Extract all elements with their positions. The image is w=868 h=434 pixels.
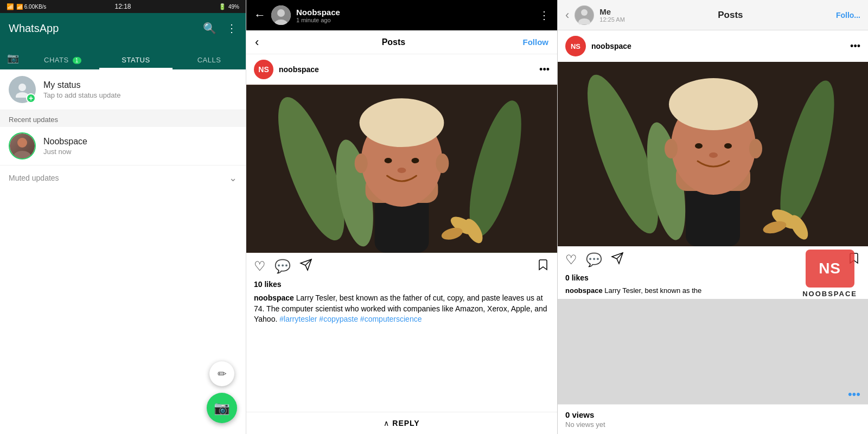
chats-badge: 1 (73, 57, 81, 64)
ig-post-image (246, 85, 557, 253)
time-display: 12:18 (114, 3, 131, 10)
rp-post-author: NS noobspace ••• (558, 30, 868, 62)
battery-icon: 🔋 (219, 3, 226, 10)
status-label: STATUS (122, 56, 150, 64)
rp-views-hint: No views yet (565, 420, 860, 429)
svg-point-14 (360, 98, 444, 147)
status-item[interactable]: Noobspace Just now (0, 127, 246, 165)
ig-comment-button[interactable]: 💬 (275, 259, 291, 274)
rp-dots-more[interactable]: ••• (848, 387, 860, 401)
ig-subheader: ‹ Posts Follow (246, 30, 557, 54)
more-options-icon[interactable]: ⋮ (226, 22, 237, 35)
recent-updates-label: Recent updates (0, 110, 246, 127)
ig-post-actions: ♡ 💬 (246, 253, 557, 280)
status-avatar-image (10, 133, 35, 158)
rp-back-button[interactable]: ‹ (565, 8, 569, 22)
tab-bar: 📷 CHATS 1 STATUS CALLS (0, 43, 246, 69)
ig-header-avatar (271, 5, 291, 25)
rp-post-username: noobspace (591, 42, 845, 50)
muted-updates-row[interactable]: Muted updates ⌄ (0, 165, 246, 190)
ig-reply-label: REPLY (392, 419, 419, 427)
svg-point-16 (411, 158, 419, 163)
ig-likes-count: 10 likes (246, 280, 557, 292)
ig-follow-button[interactable]: Follow (523, 37, 549, 47)
svg-point-36 (724, 143, 732, 149)
status-item-info: Noobspace Just now (43, 137, 87, 156)
tab-calls[interactable]: CALLS (173, 49, 246, 69)
svg-point-38 (665, 139, 678, 158)
pencil-fab-button[interactable]: ✏ (209, 361, 234, 386)
my-status-title: My status (43, 80, 120, 90)
pencil-icon: ✏ (218, 367, 227, 380)
ig-header-info: Noobspace 1 minute ago (296, 8, 533, 23)
plus-icon: + (29, 94, 33, 103)
svg-point-15 (385, 158, 392, 163)
my-status-row[interactable]: + My status Tap to add status update (0, 69, 246, 110)
contact-face-svg (10, 133, 35, 158)
camera-fab-icon: 📷 (214, 400, 230, 416)
rp-views-count: 0 views (565, 410, 860, 419)
fab-buttons: ✏ 📷 (207, 361, 237, 423)
rp-more-options-icon[interactable]: ••• (848, 387, 860, 401)
ig-bookmark-button[interactable] (537, 258, 550, 275)
ig-post-header: NS noobspace ••• (246, 54, 557, 85)
status-bar-right: 🔋 49% (219, 3, 239, 10)
ig-post-more-icon[interactable]: ••• (539, 64, 550, 75)
camera-fab-button[interactable]: 📷 (207, 393, 237, 423)
tab-camera[interactable]: 📷 (0, 46, 26, 69)
rp-header-info: Me 12:25 AM (599, 7, 624, 23)
tab-chats[interactable]: CHATS 1 (26, 49, 99, 69)
rp-like-button[interactable]: ♡ (565, 252, 577, 267)
ig-share-button[interactable] (299, 258, 312, 275)
ig-post-caption: noobspace Larry Tesler, best known as th… (246, 292, 557, 330)
camera-icon: 📷 (7, 53, 19, 63)
header-icons: 🔍 ⋮ (203, 22, 237, 35)
rp-follow-label[interactable]: Follo... (836, 11, 860, 20)
ig-caption-username: noobspace (254, 293, 294, 302)
ig-subheader-back-button[interactable]: ‹ (255, 35, 259, 49)
svg-point-25 (581, 9, 588, 16)
ig-header-menu-icon[interactable]: ⋮ (539, 9, 550, 22)
status-bar-left: 📶 📶 6.00KB/s (7, 3, 46, 10)
search-icon[interactable]: 🔍 (203, 22, 216, 35)
svg-point-3 (14, 151, 31, 158)
status-bar: 📶 📶 6.00KB/s 12:18 🔋 49% (0, 0, 246, 13)
rp-caption-text: Larry Tesler, best known as the (604, 286, 701, 295)
my-status-text: My status Tap to add status update (43, 80, 120, 99)
ig-subheader-title: Posts (264, 37, 522, 47)
ig-post-username: noobspace (279, 65, 534, 74)
rp-header-avatar-svg (575, 6, 593, 24)
svg-point-17 (398, 168, 406, 173)
status-contact-name: Noobspace (43, 137, 87, 146)
share-icon (299, 258, 312, 271)
ig-caption-hashtags: #larrytesler #copypaste #computerscience (279, 315, 422, 323)
right-panel: ‹ Me 12:25 AM Posts Follo... NS noobspac… (557, 0, 868, 434)
svg-point-18 (355, 154, 368, 173)
instagram-panel: ← Noobspace 1 minute ago ⋮ ‹ Posts Follo… (246, 0, 557, 434)
svg-point-2 (17, 138, 27, 148)
svg-point-37 (709, 152, 718, 158)
ig-reply-bar[interactable]: ∧ REPLY (246, 412, 557, 434)
ig-post-avatar: NS (254, 60, 273, 79)
rp-watermark-logo: NS (806, 250, 854, 288)
bookmark-icon (537, 258, 550, 271)
rp-views-section: 0 views No views yet (558, 404, 868, 434)
network-speed: 📶 6.00KB/s (16, 4, 46, 10)
svg-point-39 (749, 139, 762, 158)
signal-icon: 📶 (7, 3, 14, 10)
add-status-button[interactable]: + (26, 93, 36, 103)
tab-status[interactable]: STATUS (99, 49, 173, 69)
ig-back-button[interactable]: ← (254, 8, 266, 22)
app-header: WhatsApp 🔍 ⋮ (0, 13, 246, 43)
rp-post-more-icon[interactable]: ••• (850, 41, 860, 52)
rp-header: ‹ Me 12:25 AM Posts Follo... (558, 0, 868, 30)
ig-like-button[interactable]: ♡ (254, 259, 266, 274)
chats-label: CHATS (44, 56, 69, 64)
rp-comment-button[interactable]: 💬 (586, 252, 602, 267)
calls-label: CALLS (197, 56, 221, 64)
svg-point-35 (695, 143, 703, 149)
rp-share-button[interactable] (611, 252, 624, 268)
muted-updates-label: Muted updates (9, 174, 59, 182)
rp-header-time: 12:25 AM (599, 16, 624, 23)
svg-point-0 (18, 84, 26, 91)
